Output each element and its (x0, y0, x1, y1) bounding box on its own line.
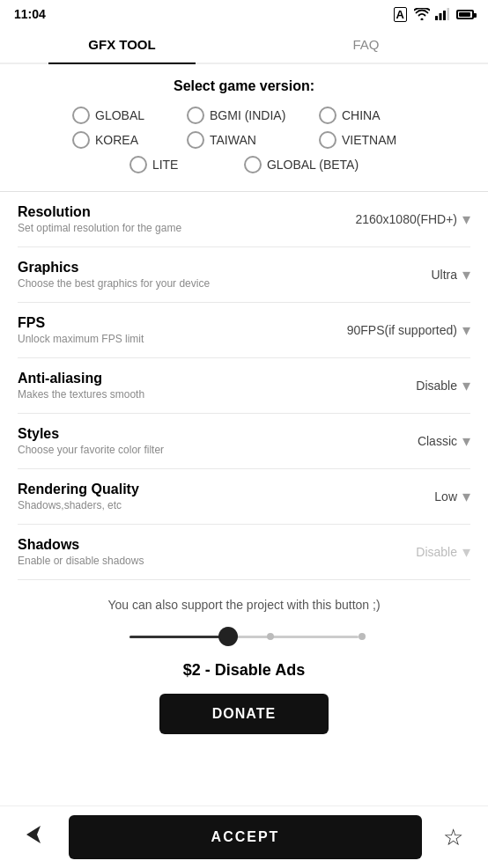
setting-graphics[interactable]: Graphics Choose the best graphics for yo… (18, 247, 470, 303)
radio-circle-bgmi (187, 107, 204, 124)
radio-korea[interactable]: KOREA (72, 131, 169, 149)
setting-fps-title: FPS (18, 315, 329, 331)
tab-bar: GFX TOOL FAQ (0, 25, 488, 64)
share-button[interactable] (18, 817, 55, 857)
setting-rendering-quality[interactable]: Rendering Quality Shadows,shaders, etc L… (18, 469, 470, 525)
radio-taiwan[interactable]: TAIWAN (187, 131, 301, 149)
radio-lite[interactable]: LITE (129, 156, 226, 173)
donation-amount: $2 - Disable Ads (18, 661, 470, 680)
setting-shadows[interactable]: Shadows Enable or disable shadows Disabl… (18, 525, 470, 580)
chevron-rendering-quality-icon: ▾ (462, 487, 470, 506)
slider-track-filled (129, 636, 233, 638)
radio-circle-vietnam (319, 131, 336, 149)
main-content: Select game version: GLOBAL BGMI (INDIA)… (0, 64, 488, 743)
donate-button[interactable]: DONATE (159, 694, 329, 734)
setting-antialiasing-value: Disable (416, 379, 457, 393)
game-version-title: Select game version: (18, 78, 470, 94)
accept-button[interactable]: ACCEPT (69, 815, 422, 859)
slider-tick-2 (359, 633, 366, 640)
setting-resolution-desc: Set optimal resolution for the game (18, 222, 329, 234)
svg-rect-1 (440, 13, 442, 20)
setting-styles-desc: Choose your favorite color filter (18, 444, 329, 456)
slider-tick-1 (267, 633, 274, 640)
radio-row-2: KOREA TAIWAN VIETNAM (72, 131, 416, 149)
slider-track (129, 636, 359, 638)
settings-section: Resolution Set optimal resolution for th… (18, 192, 470, 580)
setting-shadows-value: Disable (416, 545, 457, 559)
radio-circle-lite (129, 156, 147, 173)
setting-styles[interactable]: Styles Choose your favorite color filter… (18, 414, 470, 469)
battery-icon (456, 10, 474, 19)
share-icon (25, 824, 48, 850)
setting-rendering-quality-desc: Shadows,shaders, etc (18, 499, 329, 511)
setting-shadows-title: Shadows (18, 537, 329, 553)
setting-styles-title: Styles (18, 426, 329, 442)
svg-rect-2 (443, 11, 446, 20)
radio-circle-global (72, 107, 90, 124)
setting-resolution-value: 2160x1080(FHD+) (355, 212, 457, 226)
setting-antialiasing-desc: Makes the textures smooth (18, 388, 329, 401)
radio-label-korea: KOREA (95, 133, 138, 147)
wifi-icon (414, 8, 430, 20)
setting-antialiasing[interactable]: Anti-aliasing Makes the textures smooth … (18, 358, 470, 414)
svg-rect-3 (447, 8, 450, 20)
setting-shadows-desc: Enable or disable shadows (18, 555, 329, 567)
radio-global-beta[interactable]: GLOBAL (BETA) (244, 156, 359, 173)
radio-row-1: GLOBAL BGMI (INDIA) CHINA (72, 107, 416, 124)
favorite-icon: ☆ (443, 824, 463, 851)
tab-gfx-tool[interactable]: GFX TOOL (0, 25, 244, 63)
setting-resolution[interactable]: Resolution Set optimal resolution for th… (18, 192, 470, 247)
radio-label-bgmi: BGMI (INDIA) (210, 108, 285, 122)
status-time: 11:04 (14, 7, 46, 21)
setting-fps-desc: Unlock maximum FPS limit (18, 333, 329, 345)
setting-resolution-title: Resolution (18, 204, 329, 220)
setting-fps[interactable]: FPS Unlock maximum FPS limit 90FPS(if su… (18, 303, 470, 358)
donation-support-text: You can also support the project with th… (18, 598, 470, 612)
radio-circle-taiwan (187, 131, 204, 149)
setting-graphics-title: Graphics (18, 260, 329, 276)
radio-global[interactable]: GLOBAL (72, 107, 169, 124)
setting-antialiasing-title: Anti-aliasing (18, 371, 329, 386)
setting-rendering-quality-value: Low (434, 489, 457, 504)
slider-thumb[interactable] (218, 627, 238, 646)
setting-graphics-value: Ultra (431, 268, 457, 282)
notification-icon: A (394, 7, 407, 22)
signal-icon (435, 8, 449, 20)
radio-label-lite: LITE (152, 158, 179, 172)
chevron-antialiasing-icon: ▾ (462, 376, 470, 395)
radio-label-china: CHINA (342, 108, 381, 122)
status-bar: 11:04 A (0, 0, 488, 25)
chevron-shadows-icon: ▾ (462, 542, 470, 562)
radio-circle-china (319, 107, 336, 124)
setting-styles-value: Classic (418, 434, 457, 448)
donation-slider[interactable] (129, 626, 359, 647)
status-icons: A (394, 7, 474, 22)
bottom-bar: ACCEPT ☆ (0, 805, 488, 868)
radio-vietnam[interactable]: VIETNAM (319, 131, 416, 149)
radio-label-vietnam: VIETNAM (342, 133, 396, 147)
radio-circle-global-beta (244, 156, 262, 173)
tab-faq[interactable]: FAQ (244, 25, 488, 63)
setting-fps-value: 90FPS(if supported) (347, 323, 457, 337)
radio-label-taiwan: TAIWAN (210, 133, 256, 147)
radio-circle-korea (72, 131, 90, 149)
chevron-graphics-icon: ▾ (462, 265, 470, 284)
radio-label-global-beta: GLOBAL (BETA) (267, 158, 359, 172)
radio-grid: GLOBAL BGMI (INDIA) CHINA KOREA (18, 107, 470, 173)
chevron-styles-icon: ▾ (462, 431, 470, 451)
chevron-fps-icon: ▾ (462, 320, 470, 340)
radio-row-3: LITE GLOBAL (BETA) (129, 156, 359, 173)
chevron-resolution-icon: ▾ (462, 210, 470, 229)
radio-bgmi[interactable]: BGMI (INDIA) (187, 107, 301, 124)
favorite-button[interactable]: ☆ (436, 817, 470, 858)
svg-rect-0 (435, 16, 438, 20)
game-version-section: Select game version: GLOBAL BGMI (INDIA)… (18, 78, 470, 173)
setting-graphics-desc: Choose the best graphics for your device (18, 277, 329, 290)
donation-section: You can also support the project with th… (18, 580, 470, 743)
radio-label-global: GLOBAL (95, 108, 144, 122)
radio-china[interactable]: CHINA (319, 107, 416, 124)
setting-rendering-quality-title: Rendering Quality (18, 482, 329, 497)
